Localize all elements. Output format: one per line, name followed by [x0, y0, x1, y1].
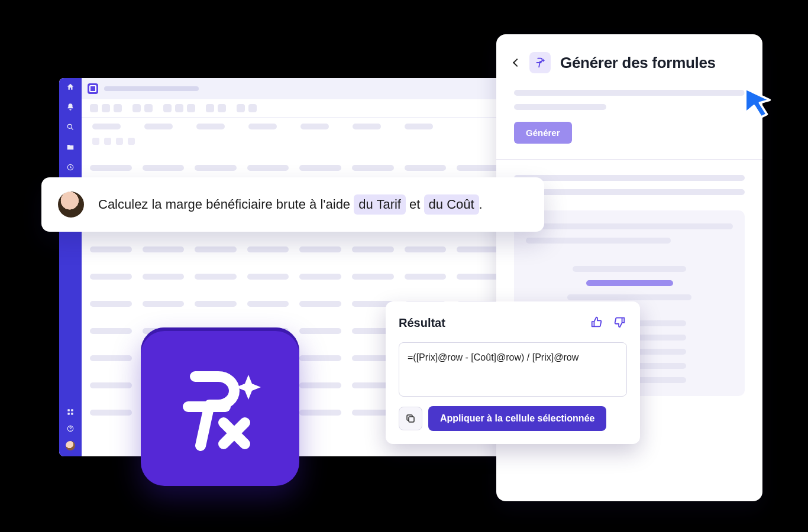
panel-skeleton-line — [514, 90, 745, 96]
panel-divider — [496, 159, 762, 160]
grid-icon — [66, 408, 75, 416]
mention-tarif: du Tarif — [354, 194, 406, 215]
svg-rect-4 — [67, 413, 70, 415]
svg-rect-5 — [71, 413, 73, 415]
fx-sparkle-icon — [167, 353, 273, 460]
bell-icon — [66, 103, 75, 111]
copy-button[interactable] — [399, 407, 422, 430]
thumbs-up-button[interactable] — [589, 314, 605, 332]
svg-rect-8 — [409, 417, 414, 422]
prompt-text: Calculez la marge bénéficiaire brute à l… — [98, 194, 483, 215]
fx-sparkle-icon — [529, 52, 551, 73]
avatar — [58, 192, 84, 218]
app-left-rail: + — [59, 78, 82, 456]
apply-to-cell-button[interactable]: Appliquer à la cellule sélectionnée — [428, 406, 606, 431]
cursor-icon — [741, 86, 775, 120]
result-title: Résultat — [399, 316, 445, 330]
folder-icon — [66, 143, 75, 151]
home-icon — [66, 83, 75, 91]
svg-rect-2 — [67, 409, 70, 411]
sheet-icon — [88, 83, 98, 94]
svg-point-7 — [70, 430, 70, 430]
user-avatar-mini — [66, 441, 75, 450]
svg-rect-3 — [71, 409, 73, 411]
fx-app-tile — [141, 327, 299, 486]
svg-point-0 — [67, 124, 72, 128]
formula-output[interactable]: =([Prix]@row - [Coût]@row) / [Prix]@row — [399, 342, 627, 397]
panel-title: Générer des formules — [560, 54, 716, 72]
panel-skeleton-line — [514, 175, 745, 181]
thumbs-up-icon — [590, 316, 603, 329]
thumbs-down-button[interactable] — [612, 314, 627, 332]
mention-cout: du Coût — [424, 194, 479, 215]
generate-button[interactable]: Générer — [514, 122, 572, 144]
sheet-title-placeholder — [104, 86, 199, 91]
result-card: Résultat =([Prix]@row - [Coût]@row) / [P… — [386, 301, 640, 444]
back-icon[interactable] — [513, 59, 521, 67]
clock-icon — [66, 163, 75, 171]
help-icon — [66, 424, 75, 433]
panel-skeleton-line — [514, 104, 606, 110]
user-prompt-pill: Calculez la marge bénéficiaire brute à l… — [41, 177, 544, 232]
search-icon — [66, 123, 75, 131]
panel-skeleton-line — [514, 189, 745, 195]
thumbs-down-icon — [613, 316, 626, 329]
copy-icon — [405, 413, 416, 424]
